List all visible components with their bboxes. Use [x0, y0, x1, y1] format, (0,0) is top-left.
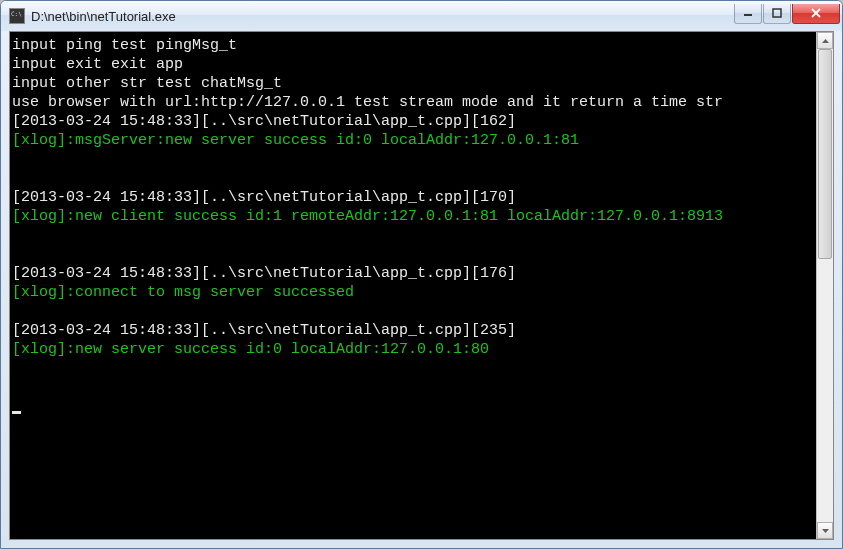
titlebar[interactable]: D:\net\bin\netTutorial.exe: [1, 1, 842, 31]
console-line: input ping test pingMsg_t: [12, 36, 814, 55]
console-line: [2013-03-24 15:48:33][..\src\netTutorial…: [12, 112, 814, 131]
console-line: [xlog]:new server success id:0 localAddr…: [12, 340, 814, 359]
svg-marker-5: [822, 529, 829, 533]
scroll-track[interactable]: [817, 49, 833, 522]
console-line: input exit exit app: [12, 55, 814, 74]
console-line: [12, 397, 814, 416]
console-line: [12, 245, 814, 264]
console-line: [xlog]:connect to msg server successed: [12, 283, 814, 302]
console-line: input other str test chatMsg_t: [12, 74, 814, 93]
app-icon: [9, 8, 25, 24]
chevron-down-icon: [822, 529, 829, 533]
window-title: D:\net\bin\netTutorial.exe: [31, 9, 733, 24]
scroll-down-button[interactable]: [817, 522, 833, 539]
svg-marker-4: [822, 39, 829, 43]
maximize-icon: [772, 8, 782, 18]
scroll-thumb[interactable]: [818, 49, 832, 259]
console-line: [12, 378, 814, 397]
close-button[interactable]: [792, 4, 840, 24]
close-icon: [810, 8, 822, 18]
console-line: [2013-03-24 15:48:33][..\src\netTutorial…: [12, 321, 814, 340]
console-line: [xlog]:new client success id:1 remoteAdd…: [12, 207, 814, 226]
console-line: [12, 169, 814, 188]
console-line: [12, 150, 814, 169]
console-line: [12, 359, 814, 378]
console-line: [12, 302, 814, 321]
console-frame: input ping test pingMsg_tinput exit exit…: [9, 31, 834, 540]
minimize-icon: [743, 8, 753, 18]
console-line: [12, 226, 814, 245]
console-line: [xlog]:msgServer:new server success id:0…: [12, 131, 814, 150]
window-controls: [733, 4, 840, 24]
console-line: [2013-03-24 15:48:33][..\src\netTutorial…: [12, 188, 814, 207]
vertical-scrollbar[interactable]: [816, 32, 833, 539]
minimize-button[interactable]: [734, 4, 762, 24]
cursor: [12, 411, 21, 414]
console-output[interactable]: input ping test pingMsg_tinput exit exit…: [10, 32, 816, 539]
window-frame: D:\net\bin\netTutorial.exe input ping te…: [0, 0, 843, 549]
console-line: use browser with url:http://127.0.0.1 te…: [12, 93, 814, 112]
maximize-button[interactable]: [763, 4, 791, 24]
console-line: [2013-03-24 15:48:33][..\src\netTutorial…: [12, 264, 814, 283]
scroll-up-button[interactable]: [817, 32, 833, 49]
svg-rect-1: [773, 9, 781, 17]
chevron-up-icon: [822, 39, 829, 43]
